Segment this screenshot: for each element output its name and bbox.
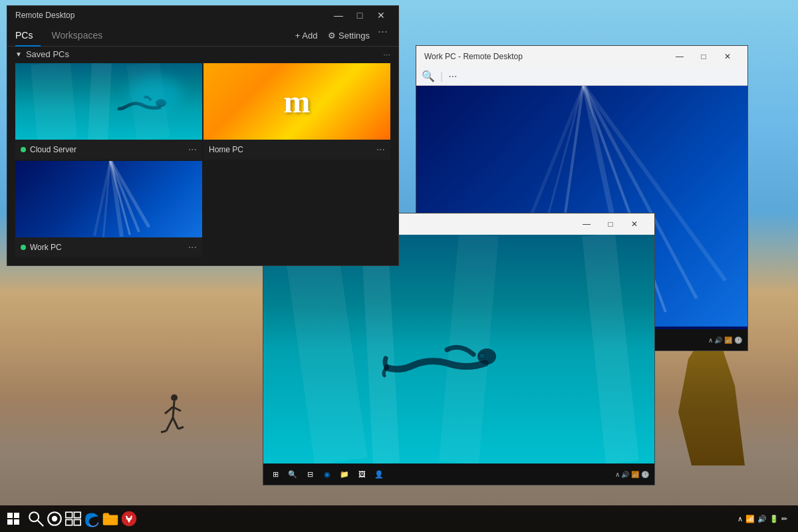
svg-line-2 <box>165 407 173 414</box>
desktop: Remote Desktop — □ ✕ PCs Workspaces + Ad… <box>0 0 798 532</box>
taskbar-network-icon: 📶 <box>745 515 755 523</box>
taskbar-taskview-icon[interactable] <box>64 509 82 528</box>
svg-point-0 <box>171 394 178 401</box>
svg-rect-10 <box>479 353 485 358</box>
svg-line-6 <box>161 431 166 432</box>
cloud-taskview-icon[interactable]: ⊟ <box>303 467 317 481</box>
toolbar-separator: | <box>440 70 443 82</box>
cloud-server-name: Cloud Server <box>30 145 188 154</box>
cloud-server-window-controls: — □ ✕ <box>575 213 646 235</box>
svg-rect-18 <box>74 519 80 525</box>
windows-logo-icon <box>7 513 19 525</box>
settings-button[interactable]: ⚙ Settings <box>323 25 375 46</box>
work-pc-thumb-bg <box>15 161 202 237</box>
cloud-photos-icon[interactable]: 🖼 <box>355 467 368 481</box>
taskbar-system-tray: ∧ 📶 🔊 🔋 ✏ <box>737 515 795 523</box>
rd-app-close-button[interactable]: ✕ <box>372 6 390 25</box>
saved-pcs-label: Saved PCs <box>26 49 383 59</box>
taskbar-app-icon[interactable] <box>120 509 138 528</box>
taskbar-pen-icon[interactable]: ✏ <box>781 515 787 523</box>
saved-pcs-section-header: ▼ Saved PCs ··· <box>7 47 398 62</box>
cloud-server-label-bar: Cloud Server ··· <box>15 140 202 160</box>
svg-line-5 <box>173 418 178 429</box>
taskbar-cortana-icon[interactable] <box>45 509 64 528</box>
work-pc-toolbar: 🔍 | ··· <box>416 67 747 86</box>
work-pc-window-controls: — □ ✕ <box>668 46 739 67</box>
cloud-server-remote-taskbar: ⊞ 🔍 ⊟ ◉ 📁 🖼 👤 ∧ 🔊 📶 🕐 <box>263 464 654 485</box>
tab-workspaces[interactable]: Workspaces <box>51 25 110 46</box>
rd-app-maximize-button[interactable]: □ <box>350 6 369 25</box>
cloud-server-thumbnail <box>15 63 202 140</box>
cloud-server-status-dot <box>21 147 26 152</box>
cloud-server-close-button[interactable]: ✕ <box>622 213 646 235</box>
svg-point-11 <box>29 512 39 521</box>
work-pc-titlebar: Work PC - Remote Desktop — □ ✕ <box>416 46 747 67</box>
work-pc-name: Work PC <box>30 243 188 252</box>
taskbar-tray-chevron[interactable]: ∧ <box>737 515 743 523</box>
rd-app-window-controls: — □ ✕ <box>329 6 390 25</box>
add-button[interactable]: + Add <box>290 25 323 46</box>
work-pc-label-bar: Work PC ··· <box>15 237 202 257</box>
collapse-chevron-icon[interactable]: ▼ <box>15 51 22 58</box>
tab-pcs[interactable]: PCs <box>15 25 41 46</box>
pc-card-cloud-server[interactable]: Cloud Server ··· <box>15 63 202 160</box>
taskbar-edge-icon[interactable] <box>82 509 101 528</box>
taskbar-explorer-icon[interactable] <box>101 509 120 528</box>
home-pc-name: Home PC <box>209 145 376 154</box>
work-pc-maximize-button[interactable]: □ <box>692 46 716 67</box>
cloud-sys-tray: ∧ 🔊 📶 🕐 <box>615 471 649 478</box>
zoom-icon[interactable]: 🔍 <box>422 70 435 82</box>
home-pc-thumb-bg: m <box>203 63 390 140</box>
work-pc-status-dot <box>21 245 26 250</box>
home-pc-logo: m <box>284 83 311 120</box>
cloud-person-icon[interactable]: 👤 <box>372 467 386 481</box>
svg-rect-16 <box>74 512 80 517</box>
light-ray-1 <box>283 235 368 464</box>
home-pc-label-bar: Home PC ··· <box>203 140 390 160</box>
cloud-search-icon[interactable]: 🔍 <box>286 467 299 481</box>
work-pc-thumbnail <box>15 161 202 237</box>
remote-desktop-app-window: Remote Desktop — □ ✕ PCs Workspaces + Ad… <box>7 5 399 266</box>
cloud-server-minimize-button[interactable]: — <box>575 213 598 235</box>
cloud-swimmer-icon <box>380 327 513 393</box>
cloud-server-maximize-button[interactable]: □ <box>598 213 622 235</box>
pc-card-home-pc[interactable]: m Home PC ··· <box>203 63 390 160</box>
taskbar-battery-icon: 🔋 <box>769 515 779 523</box>
cloud-server-desktop-content <box>263 235 654 464</box>
taskbar-volume-icon: 🔊 <box>757 515 767 523</box>
rd-app-title: Remote Desktop <box>15 11 329 20</box>
cloud-server-more-button[interactable]: ··· <box>188 144 197 156</box>
svg-rect-15 <box>66 512 72 517</box>
work-pc-more-button[interactable]: ··· <box>188 241 197 253</box>
work-sys-tray: ∧ 🔊 📶 🕐 <box>708 336 742 344</box>
desktop-taskbar: ∧ 📶 🔊 🔋 ✏ <box>0 505 798 532</box>
pc-card-work-pc[interactable]: Work PC ··· <box>15 161 202 257</box>
svg-rect-17 <box>66 519 72 525</box>
rd-app-tabs: PCs Workspaces + Add ⚙ Settings ··· <box>7 25 398 47</box>
svg-point-14 <box>52 516 57 521</box>
work-pc-window-title: Work PC - Remote Desktop <box>424 52 668 61</box>
home-pc-more-button[interactable]: ··· <box>376 144 385 156</box>
rd-app-titlebar: Remote Desktop — □ ✕ <box>7 6 398 25</box>
light-ray-4 <box>582 235 639 464</box>
svg-point-8 <box>156 99 166 107</box>
svg-line-7 <box>178 427 184 429</box>
swimmer-icon <box>114 90 174 120</box>
cloud-start-icon[interactable]: ⊞ <box>269 467 282 481</box>
more-options-button[interactable]: ··· <box>375 25 390 46</box>
svg-line-12 <box>38 521 43 526</box>
start-button[interactable] <box>3 508 24 529</box>
pc-grid: Cloud Server ··· m Home PC ··· <box>7 62 398 265</box>
svg-line-4 <box>166 418 173 431</box>
taskbar-search-icon[interactable] <box>27 509 45 528</box>
work-pc-close-button[interactable]: ✕ <box>716 46 739 67</box>
rock-formation <box>678 332 745 466</box>
work-pc-minimize-button[interactable]: — <box>668 46 692 67</box>
home-pc-thumbnail: m <box>203 63 390 140</box>
cloud-explorer-icon[interactable]: 📁 <box>338 467 351 481</box>
svg-line-1 <box>173 401 174 418</box>
work-pc-toolbar-more[interactable]: ··· <box>448 70 457 82</box>
rd-app-minimize-button[interactable]: — <box>329 6 348 25</box>
cloud-edge-icon[interactable]: ◉ <box>321 467 334 481</box>
saved-pcs-more-button[interactable]: ··· <box>383 49 390 59</box>
